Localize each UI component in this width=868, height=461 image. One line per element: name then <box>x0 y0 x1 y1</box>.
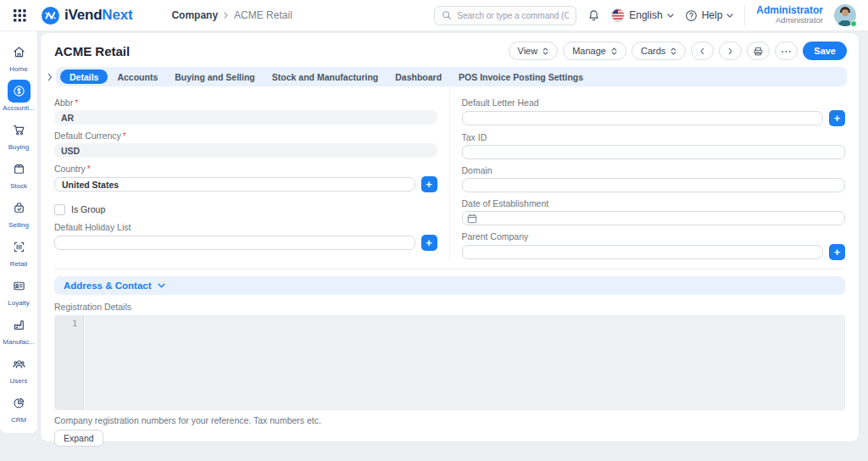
cards-button[interactable]: Cards <box>632 42 686 60</box>
breadcrumb-current[interactable]: ACME Retail <box>234 9 292 21</box>
plus-icon: + <box>426 179 432 190</box>
global-search[interactable] <box>434 6 576 25</box>
field-is-group[interactable]: Is Group <box>54 203 437 216</box>
breadcrumb-parent[interactable]: Company <box>171 9 218 21</box>
sort-chevrons-icon <box>542 47 548 55</box>
editor-line-numbers: 1 <box>55 316 84 409</box>
sidebar-item-buying[interactable]: Buying <box>0 119 38 158</box>
add-letter-head-button[interactable]: + <box>829 110 845 126</box>
tab-buying-and-selling[interactable]: Buying and Selling <box>167 67 263 86</box>
details-section: Abbr* AR Default Currency* USD Country* … <box>54 86 845 269</box>
manufacturing-factory-icon <box>8 314 31 336</box>
language-label: English <box>629 9 662 21</box>
next-document-button[interactable] <box>719 42 742 60</box>
stock-box-icon <box>8 158 31 181</box>
tax-id-input[interactable] <box>462 145 846 159</box>
abbr-input[interactable]: AR <box>54 110 437 125</box>
tab-details[interactable]: Details <box>60 69 108 84</box>
registration-details-editor[interactable]: 1 <box>54 315 845 410</box>
chevron-down-icon <box>667 14 674 18</box>
sidebar-item-loyalty[interactable]: Loyalty <box>0 275 38 314</box>
field-default-letter-head: Default Letter Head + <box>462 97 846 126</box>
sidebar-item-users[interactable]: Users <box>0 353 38 392</box>
sidebar-item-selling[interactable]: Selling <box>0 197 38 236</box>
view-button[interactable]: View <box>509 42 559 60</box>
sidebar-item-retail[interactable]: Retail <box>0 236 38 275</box>
save-button[interactable]: Save <box>803 42 847 60</box>
sort-chevrons-icon <box>670 47 676 55</box>
ellipsis-icon: ⋯ <box>781 45 793 58</box>
sidebar-item-manufacturing[interactable]: Manufac... <box>0 314 38 353</box>
is-group-checkbox[interactable] <box>54 204 65 215</box>
sidebar-item-accounting[interactable]: Accounti... <box>0 80 38 119</box>
brand-logo[interactable]: iVendNext <box>42 7 132 25</box>
default-holiday-list-input[interactable] <box>54 236 415 250</box>
tab-stock-and-manufacturing[interactable]: Stock and Manufacturing <box>264 67 386 86</box>
required-marker: * <box>123 131 126 141</box>
sidebar-item-home[interactable]: Home <box>0 41 38 80</box>
user-menu[interactable]: Administrator Administrator <box>756 5 823 26</box>
plus-icon: + <box>834 113 841 124</box>
page-title: ACME Retail <box>54 44 130 58</box>
chevron-left-icon <box>699 47 705 55</box>
default-letter-head-input[interactable] <box>462 111 824 125</box>
notifications-bell-icon[interactable] <box>587 9 600 22</box>
app-header: iVendNext Company ACME Retail <box>0 0 868 31</box>
section-address-and-contact[interactable]: Address & Contact <box>54 276 845 295</box>
form-tabs: Details Accounts Buying and Selling Stoc… <box>56 67 847 86</box>
home-icon <box>8 41 31 64</box>
help-menu[interactable]: Help <box>685 9 734 22</box>
loyalty-card-icon <box>8 275 31 297</box>
add-country-button[interactable]: + <box>421 176 437 192</box>
retail-barcode-icon <box>8 236 31 258</box>
accounting-icon <box>8 80 31 103</box>
add-parent-company-button[interactable]: + <box>829 244 845 260</box>
date-of-establishment-input[interactable] <box>462 211 846 225</box>
required-marker: * <box>87 164 91 174</box>
field-default-currency: Default Currency* USD <box>54 131 437 158</box>
online-status-dot <box>850 20 857 27</box>
printer-icon <box>753 46 764 57</box>
module-sidebar: Home Accounti... Buying Stock Selling Re… <box>0 31 38 434</box>
tab-accounts[interactable]: Accounts <box>109 67 165 86</box>
search-input[interactable] <box>457 11 569 20</box>
tab-dashboard[interactable]: Dashboard <box>387 67 449 86</box>
user-avatar[interactable] <box>834 4 856 26</box>
breadcrumb: Company ACME Retail <box>171 9 292 21</box>
more-menu-button[interactable]: ⋯ <box>775 42 798 60</box>
chevron-right-icon <box>727 47 733 55</box>
user-role: Administrator <box>756 16 823 25</box>
search-icon <box>442 10 452 20</box>
prev-document-button[interactable] <box>691 42 714 60</box>
editor-content[interactable] <box>84 316 844 409</box>
domain-input[interactable] <box>462 178 846 192</box>
sidebar-item-stock[interactable]: Stock <box>0 158 38 197</box>
parent-company-input[interactable] <box>462 245 824 259</box>
chevron-down-icon <box>726 14 733 18</box>
default-currency-input[interactable]: USD <box>54 143 437 158</box>
sidebar-expand-chevron[interactable] <box>44 73 55 81</box>
app-grid-icon[interactable] <box>14 9 26 22</box>
field-country: Country* United States + <box>54 164 437 192</box>
plus-icon: + <box>426 237 432 248</box>
chevron-right-icon <box>224 12 228 19</box>
field-abbr: Abbr* AR <box>54 97 437 125</box>
country-input[interactable]: United States <box>54 177 415 192</box>
field-tax-id: Tax ID <box>462 132 846 159</box>
required-marker: * <box>75 97 78 108</box>
tab-pos-invoice-posting-settings[interactable]: POS Invoice Posting Settings <box>451 67 591 86</box>
document-toolbar: View Manage Cards ⋯ Save <box>509 42 847 60</box>
brand-logo-icon <box>42 7 59 25</box>
sidebar-item-crm[interactable]: CRM <box>0 392 38 430</box>
user-name: Administrator <box>756 5 823 17</box>
print-button[interactable] <box>747 42 770 60</box>
sort-chevrons-icon <box>611 47 617 55</box>
header-divider <box>744 5 745 26</box>
language-selector[interactable]: English <box>611 8 673 22</box>
manage-button[interactable]: Manage <box>563 42 626 60</box>
plus-icon: + <box>834 247 841 258</box>
add-holiday-list-button[interactable]: + <box>421 235 437 251</box>
registration-details-label: Registration Details <box>54 302 845 312</box>
chevron-right-icon <box>47 73 53 81</box>
expand-button[interactable]: Expand <box>54 430 103 447</box>
